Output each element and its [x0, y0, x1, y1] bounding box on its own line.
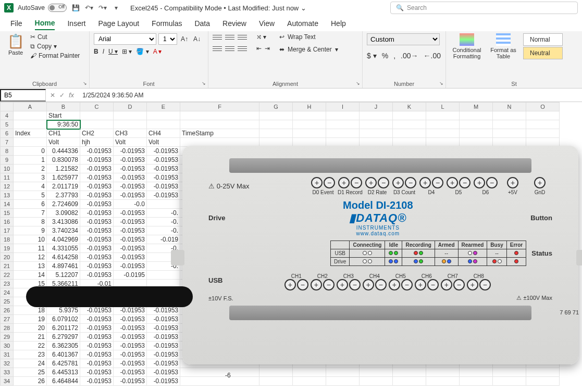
cell[interactable]: [460, 306, 493, 315]
cell[interactable]: [360, 129, 393, 138]
cell[interactable]: [259, 288, 293, 297]
cell[interactable]: [180, 209, 259, 218]
cell[interactable]: [293, 377, 326, 386]
cell[interactable]: [493, 333, 526, 342]
cell[interactable]: [293, 368, 326, 377]
cell[interactable]: [493, 165, 526, 173]
cell[interactable]: [460, 182, 493, 191]
cell[interactable]: [293, 209, 326, 218]
cell[interactable]: -0.01953: [80, 368, 114, 377]
cell[interactable]: -0.01953: [114, 342, 147, 350]
cell[interactable]: -0.01953: [147, 182, 180, 191]
cell[interactable]: [460, 262, 493, 271]
cell[interactable]: [426, 218, 460, 226]
cell[interactable]: [326, 218, 360, 226]
row-header[interactable]: 10: [0, 165, 14, 173]
cell[interactable]: [326, 324, 360, 333]
cell[interactable]: [393, 111, 426, 120]
cell[interactable]: [293, 156, 326, 165]
cell[interactable]: -0.01953: [114, 235, 147, 244]
spreadsheet[interactable]: 4567891011121314151617181920212223242526…: [0, 102, 582, 386]
row-header[interactable]: 16: [0, 218, 14, 226]
cell[interactable]: [259, 156, 293, 165]
cell[interactable]: [460, 165, 493, 173]
cell[interactable]: [360, 262, 393, 271]
clipboard-dialog-launcher[interactable]: ↘: [83, 81, 87, 86]
col-header[interactable]: B: [47, 102, 80, 111]
col-header[interactable]: C: [80, 102, 114, 111]
cell[interactable]: [526, 173, 560, 182]
cell[interactable]: [393, 333, 426, 342]
cell[interactable]: [14, 297, 47, 306]
cell[interactable]: [180, 173, 259, 182]
cell[interactable]: -0.01953: [147, 359, 180, 368]
cell[interactable]: -0.01953: [147, 368, 180, 377]
cell[interactable]: [326, 368, 360, 377]
cell[interactable]: 6.279297: [47, 333, 80, 342]
percent-icon[interactable]: %: [382, 52, 388, 60]
row-header[interactable]: 25: [0, 297, 14, 306]
cell[interactable]: [460, 288, 493, 297]
cell[interactable]: [180, 271, 259, 280]
cell[interactable]: [526, 262, 560, 271]
cell[interactable]: TimeStamp: [180, 129, 259, 138]
copy-button[interactable]: ⧉Copy ▾: [30, 43, 80, 50]
cell[interactable]: [326, 315, 360, 324]
cell[interactable]: [426, 288, 460, 297]
cell[interactable]: [460, 342, 493, 350]
cell[interactable]: [147, 288, 180, 297]
cell[interactable]: [426, 173, 460, 182]
fx-icon[interactable]: fx: [69, 91, 74, 99]
cell[interactable]: [360, 350, 393, 359]
menu-formulas[interactable]: Formulas: [152, 17, 182, 30]
cell[interactable]: [360, 182, 393, 191]
cell[interactable]: [180, 306, 259, 315]
cell[interactable]: [460, 350, 493, 359]
cell[interactable]: [360, 324, 393, 333]
row-header[interactable]: 6: [0, 129, 14, 138]
cell[interactable]: [460, 218, 493, 226]
cell[interactable]: [259, 262, 293, 271]
cell[interactable]: [393, 350, 426, 359]
cell[interactable]: [259, 271, 293, 280]
row-header[interactable]: 34: [0, 377, 14, 386]
cell[interactable]: [393, 226, 426, 235]
cell[interactable]: -0.01953: [114, 377, 147, 386]
font-dialog-launcher[interactable]: ↘: [202, 81, 206, 86]
cell[interactable]: [526, 147, 560, 156]
cell[interactable]: [493, 209, 526, 218]
cell[interactable]: [180, 288, 259, 297]
cell[interactable]: [293, 235, 326, 244]
cell[interactable]: [460, 120, 493, 129]
cell[interactable]: [360, 306, 393, 315]
cell[interactable]: -0.01953: [80, 350, 114, 359]
cell[interactable]: [259, 209, 293, 218]
cell[interactable]: -0.01953: [114, 324, 147, 333]
cell[interactable]: -0.01953: [80, 209, 114, 218]
cell[interactable]: [180, 315, 259, 324]
col-header[interactable]: A: [14, 102, 47, 111]
cell[interactable]: Volt: [114, 138, 147, 147]
cell[interactable]: 5.9375: [47, 306, 80, 315]
cell[interactable]: 12: [14, 253, 47, 262]
cell[interactable]: [426, 342, 460, 350]
cell[interactable]: [460, 333, 493, 342]
row-header[interactable]: 19: [0, 244, 14, 253]
cell[interactable]: 4.331055: [47, 244, 80, 253]
cell[interactable]: [360, 280, 393, 288]
cell[interactable]: [493, 226, 526, 235]
cell[interactable]: [393, 120, 426, 129]
col-header[interactable]: D: [114, 102, 147, 111]
cell[interactable]: [293, 342, 326, 350]
cell[interactable]: 4.042969: [47, 235, 80, 244]
cell[interactable]: -0.: [147, 253, 180, 262]
cell[interactable]: [259, 191, 293, 200]
menu-insert[interactable]: Insert: [67, 17, 85, 30]
cell[interactable]: [393, 182, 426, 191]
bold-button[interactable]: B: [94, 48, 98, 55]
cell[interactable]: -0.019: [147, 235, 180, 244]
cell[interactable]: [259, 377, 293, 386]
cell[interactable]: -0.01953: [114, 333, 147, 342]
cell[interactable]: [326, 350, 360, 359]
cell[interactable]: [360, 173, 393, 182]
